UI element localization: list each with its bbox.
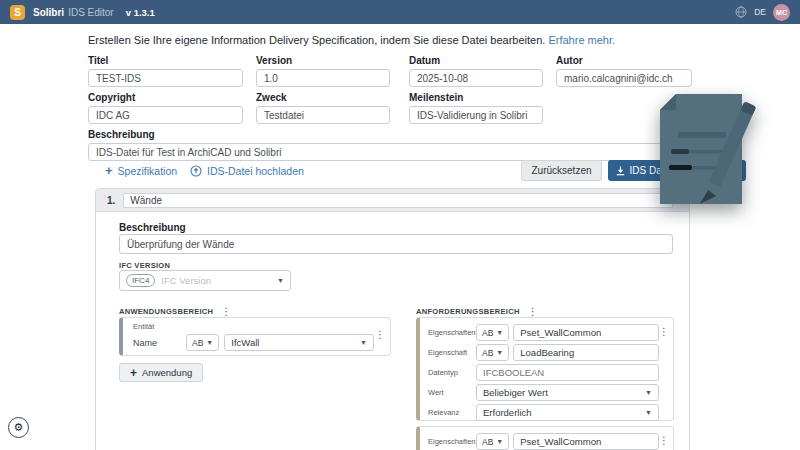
kebab-menu-icon[interactable]: ⋮ (528, 306, 538, 317)
requirement-row-property: Eigenschaft AB ▼ (428, 344, 659, 361)
datatype-input[interactable] (476, 364, 659, 381)
spec-description-input[interactable] (119, 234, 673, 254)
reset-label: Zurücksetzen (531, 165, 591, 176)
copyright-input[interactable] (88, 106, 243, 124)
chevron-down-icon: ▼ (645, 409, 652, 416)
titel-input[interactable] (88, 69, 243, 87)
upload-ids-button[interactable]: IDS-Datei hochladen (190, 165, 304, 177)
chevron-down-icon: ▼ (496, 438, 503, 445)
settings-button[interactable]: ⚙ (8, 417, 29, 438)
operator-value: AB (482, 437, 493, 447)
kebab-menu-icon[interactable]: ⋮ (375, 329, 385, 340)
beschreibung-input[interactable] (88, 143, 682, 161)
specification-number: 1. (107, 195, 115, 206)
upload-icon (190, 165, 202, 177)
spec-description-label: Beschreibung (119, 222, 186, 233)
propertyset-input[interactable] (513, 433, 659, 450)
zweck-label: Zweck (256, 92, 390, 103)
titel-field: Titel (88, 55, 243, 87)
applicability-operator-select[interactable]: AB ▼ (186, 334, 219, 351)
requirements-section-title: ANFORDERUNGSBEREICH ⋮ (416, 306, 538, 317)
solibri-logo: S (10, 5, 25, 20)
property-operator-select[interactable]: AB ▼ (476, 344, 509, 361)
property-label: Eigenschaft (428, 348, 476, 357)
add-applicability-button[interactable]: + Anwendung (119, 363, 203, 382)
add-specification-label: Spezifikation (118, 165, 178, 177)
kebab-menu-icon[interactable]: ⋮ (659, 435, 669, 446)
requirement-row-value: Wert Beliebiger Wert ▼ (428, 384, 659, 401)
chevron-down-icon: ▼ (496, 349, 503, 356)
value-select[interactable]: Beliebiger Wert ▼ (476, 384, 659, 401)
specification-header: 1. (96, 189, 689, 212)
property-input[interactable] (513, 344, 659, 361)
plus-icon: + (105, 166, 113, 176)
relevance-selected: Erforderlich (483, 407, 645, 418)
autor-label: Autor (556, 55, 692, 66)
requirements-title-text: ANFORDERUNGSBEREICH (416, 307, 520, 316)
operator-value: AB (482, 328, 493, 338)
upload-ids-label: IDS-Datei hochladen (207, 165, 304, 177)
app-version: v 1.3.1 (126, 7, 155, 18)
specification-name-input[interactable] (123, 193, 673, 208)
operator-value: AB (192, 338, 203, 348)
relevance-select[interactable]: Erforderlich ▼ (476, 404, 659, 421)
datum-label: Datum (409, 55, 543, 66)
kebab-menu-icon[interactable]: ⋮ (659, 326, 669, 337)
add-applicability-label: Anwendung (142, 367, 192, 378)
operator-value: AB (482, 348, 493, 358)
entity-name-value: IfcWall (231, 337, 360, 348)
propertyset-operator-select[interactable]: AB ▼ (476, 433, 509, 450)
version-input[interactable] (256, 69, 390, 87)
datum-input[interactable] (409, 69, 543, 87)
value-label: Wert (428, 388, 476, 397)
ifc-version-select[interactable]: IFC4 IFC Version ▼ (119, 270, 291, 291)
chevron-down-icon: ▼ (645, 389, 652, 396)
chevron-down-icon: ▼ (206, 339, 213, 346)
kebab-menu-icon[interactable]: ⋮ (221, 306, 231, 317)
download-ids-button[interactable]: IDS Datei (608, 160, 680, 181)
learn-more-link[interactable]: Erfahre mehr. (548, 34, 615, 46)
ifc4-chip[interactable]: IFC4 (126, 274, 155, 287)
plus-icon: + (130, 368, 137, 378)
requirement-row-propertyset: Eigenschaftensatz AB ▼ (428, 433, 659, 450)
download-icon (706, 166, 715, 176)
copyright-field: Copyright (88, 92, 243, 124)
requirement-row-datatype: Datentyp (428, 364, 659, 381)
language-selector[interactable]: DE (754, 7, 766, 17)
intro-sentence: Erstellen Sie Ihre eigene Information De… (88, 34, 545, 46)
specification-card: 1. Beschreibung IFC VERSION IFC4 IFC Ver… (95, 188, 690, 450)
chevron-down-icon: ▼ (496, 329, 503, 336)
user-avatar[interactable]: MC (773, 4, 790, 21)
datatype-label: Datentyp (428, 368, 476, 377)
propertyset-label: Eigenschaftensatz (428, 437, 476, 446)
propertyset-operator-select[interactable]: AB ▼ (476, 324, 509, 341)
datum-field: Datum (409, 55, 543, 87)
zweck-input[interactable] (256, 106, 390, 124)
download-pdf-label: P (720, 165, 727, 176)
chevron-down-icon: ▼ (360, 339, 367, 346)
intro-text: Erstellen Sie Ihre eigene Information De… (88, 34, 615, 46)
requirement-row-relevance: Relevanz Erforderlich ▼ (428, 404, 659, 421)
autor-field: Autor (556, 55, 692, 87)
reset-button[interactable]: Zurücksetzen (521, 160, 602, 181)
version-label: Version (256, 55, 390, 66)
product-name: IDS Editor (68, 7, 114, 18)
beschreibung-field: Beschreibung (88, 129, 682, 161)
download-ids-label: IDS Datei (630, 165, 673, 176)
download-pdf-button[interactable]: P (686, 160, 746, 181)
requirement-card: ⋮ Eigenschaftensatz AB ▼ Eigenschaft AB … (416, 317, 674, 421)
add-specification-button[interactable]: + Spezifikation (105, 165, 177, 177)
name-label: Name (133, 338, 181, 348)
requirement-card: ⋮ Eigenschaftensatz AB ▼ (416, 426, 674, 450)
version-field: Version (256, 55, 390, 87)
autor-input[interactable] (556, 69, 692, 87)
entity-name-select[interactable]: IfcWall ▼ (224, 334, 374, 351)
meilenstein-label: Meilenstein (409, 92, 543, 103)
propertyset-input[interactable] (513, 324, 659, 341)
titel-label: Titel (88, 55, 243, 66)
propertyset-label: Eigenschaftensatz (428, 328, 476, 337)
download-icon (616, 166, 625, 176)
value-selected: Beliebiger Wert (483, 387, 645, 398)
meilenstein-input[interactable] (409, 106, 543, 124)
globe-icon[interactable] (735, 6, 747, 18)
